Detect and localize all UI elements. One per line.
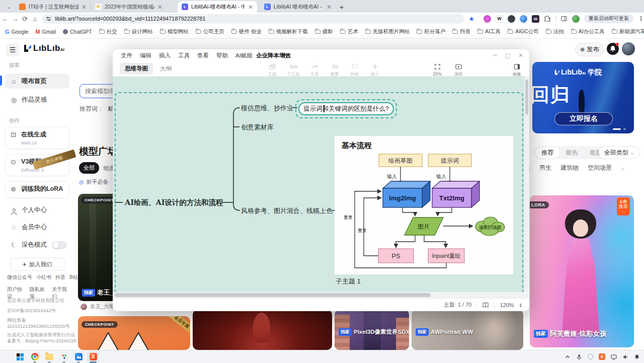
url-bar[interactable]: liblib.art/?sourceId=000293&bd_vid=11122…	[42, 14, 464, 24]
forward-icon[interactable]: →	[10, 15, 20, 23]
flowchart-image[interactable]: 基本流程 绘画草图 提示词 输入 输入 Img2Img	[335, 136, 513, 274]
tray-bell-icon[interactable]	[634, 354, 640, 360]
join-us-button[interactable]: ✈加入我们	[10, 258, 64, 271]
root-node[interactable]: AI绘画、AI设计的方法和流程	[125, 198, 223, 207]
card-author-row[interactable]: 老王_大嘴	[80, 303, 114, 310]
tool-board[interactable]: 画板	[506, 63, 527, 78]
tray-app-icon[interactable]	[588, 354, 593, 359]
start-button[interactable]	[14, 351, 26, 362]
back-icon[interactable]: ←	[0, 15, 10, 23]
bookmark-item[interactable]: GGoogle	[5, 29, 28, 35]
zoom-stepper[interactable]: ▲▼	[519, 303, 522, 308]
beginner-filter[interactable]: ◎新手必备	[79, 178, 109, 186]
menu-edit[interactable]: 编辑	[140, 52, 151, 59]
tray-cast-icon[interactable]	[611, 354, 617, 360]
menu-ai[interactable]: AI赋能	[235, 52, 253, 59]
bookmark-folder[interactable]: 无版权图片网站	[365, 28, 410, 35]
link-bilibili[interactable]: B站	[69, 274, 78, 281]
publish-button[interactable]: ⊕发布	[575, 43, 604, 56]
model-card-awportrait[interactable]: 独家AWPortrait WW	[412, 310, 523, 350]
bookmark-folder[interactable]: 法拍	[546, 28, 564, 35]
model-card-checkpoint[interactable]: CHECKPOINT 会员专属	[78, 316, 190, 350]
bookmark-folder[interactable]: AI工具	[477, 28, 501, 35]
branch-node-1[interactable]: 模仿思维、抄作业	[241, 104, 293, 113]
reload-icon[interactable]: ⟳	[20, 15, 30, 23]
carousel-indicator[interactable]	[613, 128, 621, 130]
selected-node[interactable]: 提示词和关键词的区别是什么?	[298, 102, 394, 115]
extension-liblib-icon[interactable]	[484, 15, 491, 23]
tab-close-icon[interactable]: ✕	[82, 4, 87, 11]
branch-node-3[interactable]: 风格参考、图片混合、线稿上色	[241, 206, 333, 215]
menu-tools[interactable]: 工具	[178, 52, 190, 59]
extension-ia-icon[interactable]: IA	[532, 15, 539, 23]
sidebar-item-home[interactable]: ⌂哩布首页	[5, 74, 69, 89]
profile-avatar-icon[interactable]	[572, 15, 580, 23]
menu-promo[interactable]: 企业降本增效	[256, 52, 291, 59]
browser-tab[interactable]: R 2023年中国营销领域AIGC技术 ✕	[91, 1, 167, 13]
bookmark-folder[interactable]: AI办公工具	[571, 28, 605, 35]
minimize-icon[interactable]: ─	[493, 52, 497, 58]
user-avatar[interactable]	[622, 42, 635, 55]
bookmark-folder[interactable]: 公司主页	[196, 28, 224, 35]
maximize-icon[interactable]: ▢	[505, 52, 510, 59]
tray-snipaste-icon[interactable]: S	[599, 353, 605, 360]
sidebar-item-online-gen[interactable]: ⊡在线生成 Web UI	[5, 127, 69, 149]
model-card-pixel3d[interactable]: 独家Pixel3D像素世界SDXL	[335, 310, 409, 350]
outline-book-icon[interactable]	[482, 302, 489, 308]
extension-dark-icon[interactable]	[508, 15, 515, 23]
tool-present[interactable]: 演示	[448, 63, 469, 78]
tab-close-icon[interactable]: ✕	[157, 4, 163, 11]
tool-topic[interactable]: 主题	[262, 63, 283, 78]
taskbar-explorer[interactable]	[43, 351, 55, 362]
extensions-puzzle-icon[interactable]	[544, 15, 551, 22]
tab-search-chevron-icon[interactable]: ⌄	[3, 1, 14, 12]
dark-mode-toggle[interactable]	[52, 241, 67, 249]
subtopic-node[interactable]: 子主题 1	[336, 277, 361, 286]
tray-chevron-up-icon[interactable]	[565, 354, 571, 360]
sidebar-item-profile[interactable]: 个人中心	[10, 205, 47, 215]
bookmark-folder[interactable]: 抖音	[452, 28, 470, 35]
notification-bell-icon[interactable]	[607, 43, 619, 55]
tray-speaker-icon[interactable]	[622, 354, 628, 360]
taskbar-app-x-active[interactable]: X	[87, 351, 99, 362]
bookmark-folder[interactable]: 艺术	[340, 28, 358, 35]
tab-mindmap[interactable]: 思维导图	[120, 63, 153, 75]
tab-hot[interactable]: 最热	[559, 147, 584, 159]
tab-close-icon[interactable]: ✕	[248, 4, 253, 11]
vertical-scrollbar[interactable]	[524, 77, 529, 292]
side-panel-icon[interactable]	[560, 15, 568, 22]
sidebar-item-dark-mode[interactable]: ☾深色模式	[10, 241, 67, 249]
taskbar-app-blue[interactable]	[72, 351, 85, 362]
hamburger-menu-icon[interactable]: ☰	[6, 43, 19, 56]
category-chip[interactable]: 空间场景	[588, 164, 612, 172]
bookmark-folder[interactable]: 摄影	[315, 28, 333, 35]
close-icon[interactable]: ✕	[518, 52, 523, 59]
extension-w-icon[interactable]: W	[496, 15, 503, 23]
chrome-update-button[interactable]: 重新启动即可更新	[584, 14, 633, 23]
mindmap-canvas[interactable]: AI绘画、AI设计的方法和流程 模仿思维、抄作业 创意素材库 风格参考、图片混合…	[113, 77, 529, 298]
model-card-girl[interactable]: LORA Lıb 推荐 独家阿芙蕾娅-炫彩女孩	[530, 195, 634, 347]
browser-tab[interactable]: IT桔子 | 泛互联网创业投资项目 ✕	[15, 1, 91, 13]
carousel-dot[interactable]	[623, 128, 626, 130]
bookmark-item[interactable]: ChatGPT	[63, 29, 92, 35]
taskbar-app-colorful[interactable]	[58, 351, 70, 362]
menu-help[interactable]: 帮助	[216, 52, 228, 59]
scrollbar-thumb[interactable]	[115, 293, 431, 297]
link-wechat[interactable]: 微信公众号	[7, 274, 32, 281]
sidebar-item-member[interactable]: ♢会员中心	[10, 223, 47, 232]
bookmark-folder[interactable]: AIGC公司	[508, 28, 539, 35]
browser-tab-active[interactable]: L LiblibAI-哩布哩布AI - 中国领先 ✕	[178, 1, 257, 13]
link-douyin[interactable]: 抖音	[55, 274, 65, 281]
tab-recommend[interactable]: 推荐	[535, 147, 559, 159]
menu-file[interactable]: 文件	[121, 52, 132, 59]
model-card-red[interactable]	[193, 310, 332, 350]
tool-insert[interactable]: 插入	[364, 63, 385, 78]
sidebar-item-inspiration[interactable]: ◎作品灵感	[10, 96, 47, 104]
tool-zen[interactable]: ZEN	[427, 63, 448, 77]
branch-node-2[interactable]: 创意素材库	[241, 123, 274, 132]
bookmark-folder[interactable]: 社交	[99, 28, 117, 35]
sidebar-item-train-lora[interactable]: ⊚训练我的LoRA	[5, 181, 69, 198]
category-chip[interactable]: 男生	[539, 164, 551, 172]
filter-all-pill[interactable]: 全部	[79, 162, 99, 174]
bookmark-folder[interactable]: 新能源汽车	[612, 28, 644, 35]
